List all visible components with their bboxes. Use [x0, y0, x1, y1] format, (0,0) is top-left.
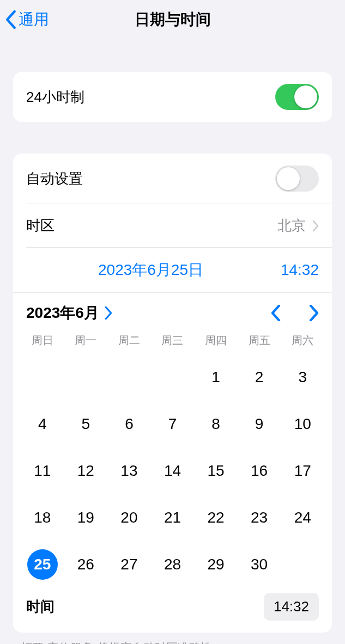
chevron-right-icon	[105, 306, 112, 320]
calendar-day[interactable]: 24	[287, 502, 318, 533]
footer-note: 打开"定位服务"将提高自动时区准确性。	[0, 633, 345, 644]
twenty-four-hour-row: 24小时制	[13, 72, 332, 122]
prev-month-button[interactable]	[271, 305, 281, 321]
nav-back-button[interactable]: 通用	[0, 9, 49, 30]
calendar-day[interactable]: 5	[70, 409, 101, 439]
calendar-day[interactable]: 27	[114, 549, 144, 580]
calendar-day[interactable]: 2	[244, 362, 275, 392]
calendar-day[interactable]: 20	[114, 502, 144, 533]
calendar-day[interactable]: 12	[70, 456, 101, 486]
time-row-label: 时间	[26, 597, 55, 616]
calendar-blank	[21, 362, 64, 392]
calendar-day[interactable]: 30	[244, 549, 275, 580]
calendar-day[interactable]: 13	[114, 456, 144, 486]
timezone-value: 北京	[277, 216, 306, 235]
calendar-day[interactable]: 15	[201, 456, 231, 486]
timezone-row[interactable]: 时区 北京	[13, 204, 332, 247]
calendar-day[interactable]: 10	[287, 409, 318, 439]
calendar-day[interactable]: 8	[201, 409, 231, 439]
weekday-label: 周日	[21, 333, 64, 348]
calendar-day[interactable]: 4	[27, 409, 58, 439]
weekday-label: 周二	[107, 333, 151, 348]
calendar-day[interactable]: 28	[157, 549, 187, 580]
calendar-day[interactable]: 25	[27, 549, 58, 580]
calendar-blank	[151, 362, 195, 392]
twenty-four-hour-toggle[interactable]	[275, 84, 319, 110]
calendar-day[interactable]: 17	[287, 456, 318, 486]
chevron-left-icon	[5, 10, 16, 29]
calendar-day[interactable]: 6	[114, 409, 144, 439]
calendar-day[interactable]: 16	[244, 456, 275, 486]
calendar-day[interactable]: 18	[27, 502, 58, 533]
calendar-day[interactable]: 21	[157, 502, 187, 533]
calendar-day[interactable]: 19	[70, 502, 101, 533]
month-picker-button[interactable]: 2023年6月	[26, 303, 112, 323]
calendar-day[interactable]: 26	[70, 549, 101, 580]
weekday-label: 周三	[151, 333, 195, 348]
twenty-four-hour-label: 24小时制	[26, 88, 84, 107]
calendar-day[interactable]: 7	[157, 409, 187, 439]
time-picker-button[interactable]: 14:32	[264, 593, 319, 621]
calendar-day[interactable]: 11	[27, 456, 58, 486]
page-title: 日期与时间	[0, 9, 345, 30]
calendar-day[interactable]: 1	[201, 362, 231, 392]
weekday-label: 周五	[238, 333, 281, 348]
calendar-day[interactable]: 22	[201, 502, 231, 533]
weekday-label: 周四	[194, 333, 238, 348]
chevron-right-icon	[312, 220, 319, 232]
calendar-day[interactable]: 23	[244, 502, 275, 533]
nav-back-label: 通用	[19, 9, 49, 30]
calendar-blank	[107, 362, 151, 392]
selected-time-button[interactable]: 14:32	[253, 261, 319, 279]
weekday-label: 周六	[281, 333, 324, 348]
calendar-day[interactable]: 9	[244, 409, 275, 439]
auto-set-row: 自动设置	[13, 154, 332, 204]
next-month-button[interactable]	[309, 305, 319, 321]
calendar-day[interactable]: 14	[157, 456, 187, 486]
calendar-day[interactable]: 29	[201, 549, 231, 580]
timezone-label: 时区	[26, 216, 55, 235]
calendar-blank	[64, 362, 108, 392]
date-time-summary: 2023年6月25日 14:32	[13, 248, 332, 292]
calendar-day[interactable]: 3	[287, 362, 318, 392]
auto-set-toggle[interactable]	[275, 165, 319, 192]
weekday-label: 周一	[64, 333, 108, 348]
auto-set-label: 自动设置	[26, 169, 83, 188]
month-label: 2023年6月	[26, 303, 99, 323]
selected-date-button[interactable]: 2023年6月25日	[98, 261, 203, 278]
